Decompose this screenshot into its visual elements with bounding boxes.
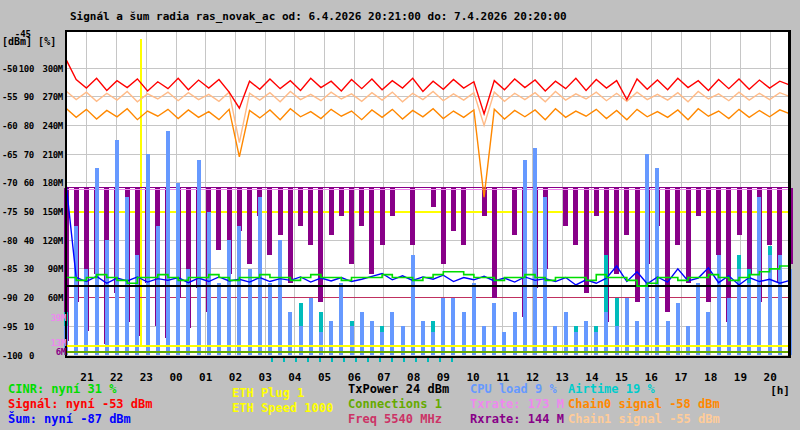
legend-item-3-1: Txrate: 173 M [470,398,564,411]
y-tick-mbit: 90M [48,264,64,274]
y-tick-pct: 10 [24,322,34,332]
legend-item-4-0: Airtime 19 % [568,383,655,396]
legend-item-3-0: CPU load 9 % [470,383,557,396]
y-tick-dbm: -60 [2,121,17,131]
legend-item-4-1: Chain0 signal -58 dBm [568,398,720,411]
x-tick-hour: 19 [734,371,747,384]
legend-item-1-0: ETH Plug 1 [232,387,304,400]
y-tick-mbit: 150M [43,207,64,217]
y-tick-mbit: 270M [43,92,64,102]
y-tick-dbm: -85 [2,264,17,274]
y-tick-dbm: -100 [2,351,22,361]
y-tick-dbm: -75 [2,207,17,217]
y-tick-pct: 70 [24,150,34,160]
y-tick-dbm: -80 [2,236,17,246]
x-tick-hour: 04 [288,371,302,384]
legend-item-3-2: Rxrate: 144 M [470,413,564,426]
x-tick-hour: 00 [169,371,182,384]
y-tick-mbit: 240M [43,121,64,131]
signal-noise-chart: -50100300M-5590270M-6080240M-6570210M-70… [0,0,800,430]
y-tick-extra-13M: 13M [51,338,67,348]
legend-item-4-2: Chain1 signal -55 dBm [568,413,720,426]
x-tick-hour: 01 [199,371,213,384]
x-axis-unit-label: [h] [760,384,790,397]
x-tick-hour: 05 [318,371,331,384]
y-tick-dbm: -55 [2,92,17,102]
y-tick-pct: 80 [24,121,34,131]
x-tick-hour: 03 [259,371,272,384]
x-tick-hour: 20 [764,371,777,384]
y-tick-pct: 100 [19,64,34,74]
legend-item-0-2: Šum: nyní -87 dBm [8,413,131,426]
graph-page: Signál a šum radia ras_novak_ac od: 6.4.… [0,0,800,430]
y-tick-dbm: -95 [2,322,17,332]
y-tick-mbit: 180M [43,178,64,188]
legend-item-0-1: Signál: nyní -53 dBm [8,398,153,411]
y-tick-pct: 20 [24,293,34,303]
legend-item-2-0: TxPower 24 dBm [348,383,449,396]
x-tick-hour: 17 [674,371,687,384]
y-tick-mbit: 210M [43,150,64,160]
x-tick-hour: 23 [140,371,153,384]
x-tick-hour: 18 [704,371,717,384]
y-tick-dbm: -90 [2,293,17,303]
y-tick-extra-6M: 6M [56,347,67,357]
x-tick-hour: 13 [556,371,569,384]
legend-item-1-1: ETH Speed 1000 [232,402,333,415]
y-tick-dbm: -70 [2,178,17,188]
y-tick-pct: 30 [24,264,34,274]
legend-item-0-0: CINR: nyní 31 % [8,383,116,396]
y-tick-mbit: 120M [43,236,64,246]
y-tick-mbit: 300M [43,64,64,74]
y-tick-extra-39M: 39M [51,313,67,323]
y-tick-dbm: -65 [2,150,17,160]
legend-item-2-2: Freq 5540 MHz [348,413,442,426]
y-tick-pct: 60 [24,178,34,188]
y-tick-mbit: 60M [48,293,64,303]
y-tick-pct: 0 [29,351,34,361]
y-tick-dbm: -50 [2,64,17,74]
legend-item-2-1: Connections 1 [348,398,442,411]
y-tick-pct: 90 [24,92,34,102]
y-tick-pct: 40 [24,236,34,246]
y-tick-pct: 50 [24,207,34,217]
x-tick-hour: 02 [229,371,242,384]
